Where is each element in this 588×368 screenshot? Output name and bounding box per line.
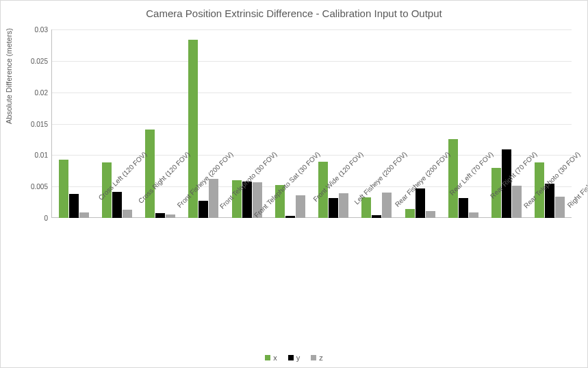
bar-y	[329, 198, 338, 218]
legend: x y z	[1, 354, 587, 362]
y-tick-label: 0.01	[35, 151, 48, 159]
bar-group	[95, 29, 138, 218]
bar-x	[448, 139, 458, 218]
legend-swatch-y	[288, 355, 294, 360]
y-axis-label: Absolute Difference (meters)	[5, 28, 13, 124]
bar-y	[112, 192, 122, 219]
bar-group	[485, 29, 528, 218]
legend-swatch-x	[265, 355, 270, 360]
x-label-cell: Rear Right (70 FOV)	[442, 220, 485, 309]
legend-item-y: y	[288, 354, 301, 362]
x-label-cell: Front Wide (120 FOV)	[268, 220, 311, 309]
bar-x	[145, 130, 155, 218]
y-tick-label: 0	[44, 214, 48, 222]
bar-group	[398, 29, 442, 218]
legend-item-z: z	[311, 354, 323, 362]
x-label-cell: Right Fisheye (200 FOV)	[528, 220, 572, 309]
x-label-cell: Front Fisheye (200 FOV)	[138, 220, 181, 309]
bar-x	[59, 160, 68, 218]
bar-group	[139, 29, 182, 218]
x-label-cell: Front Telephoto Sat (30 FOV)	[225, 220, 268, 309]
x-label-cell: Front Telephoto (30 FOV)	[181, 220, 225, 309]
x-label-cell: Rear Fisheye (200 FOV)	[355, 220, 398, 309]
bar-group	[225, 29, 268, 218]
legend-swatch-z	[311, 355, 316, 360]
y-tick-label: 0.03	[35, 26, 48, 34]
bar-group	[268, 29, 311, 218]
bar-group	[355, 29, 398, 218]
legend-item-x: x	[265, 354, 277, 362]
bar-group	[182, 29, 225, 218]
bar-group	[442, 29, 485, 218]
x-label-cell: Cross Left (120 FOV)	[51, 220, 94, 309]
x-label-cell: Cross Right (120 FOV)	[94, 220, 138, 309]
chart-title: Camera Position Extrinsic Difference - C…	[1, 8, 587, 19]
x-label-cell: Left Fisheye (200 FOV)	[311, 220, 355, 309]
y-tick-label: 0.02	[35, 88, 48, 96]
bar-group	[312, 29, 355, 218]
y-tick-label: 0.005	[31, 183, 48, 191]
y-tick-label: 0.015	[31, 120, 48, 127]
x-label-cell: Rear Telephoto (30 FOV)	[485, 220, 528, 309]
x-axis-labels: Cross Left (120 FOV)Cross Right (120 FOV…	[51, 220, 572, 309]
legend-label-x: x	[273, 354, 277, 362]
bar-x	[405, 209, 415, 218]
bar-group	[528, 29, 572, 218]
bar-y	[459, 198, 468, 218]
legend-label-z: z	[319, 354, 323, 362]
bar-y	[416, 188, 425, 218]
bar-group	[52, 29, 95, 218]
bar-y	[69, 194, 79, 218]
y-tick-label: 0.025	[31, 57, 48, 64]
x-label-cell: Rear Left (70 FOV)	[398, 220, 442, 309]
legend-label-y: y	[296, 354, 301, 362]
